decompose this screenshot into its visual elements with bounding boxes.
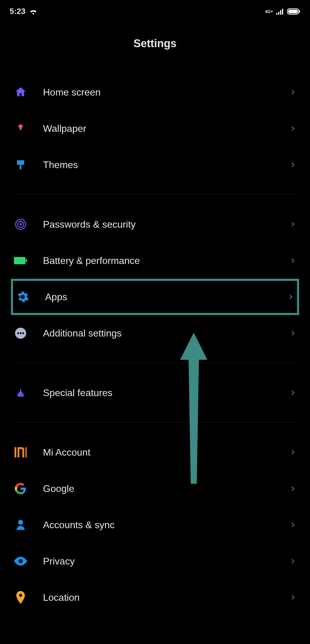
flask-icon <box>14 386 27 399</box>
page-title: Settings <box>0 37 310 50</box>
row-special-features[interactable]: Special features <box>0 375 310 411</box>
chevron-right-icon <box>289 522 296 528</box>
row-label: Battery & performance <box>43 255 289 266</box>
svg-point-19 <box>21 394 22 395</box>
chevron-right-icon <box>289 485 296 492</box>
row-home-screen[interactable]: Home screen <box>0 74 310 110</box>
row-label: Privacy <box>43 556 289 567</box>
wifi-icon <box>29 8 38 15</box>
status-right: 4G+ <box>265 8 300 15</box>
svg-point-21 <box>19 559 23 563</box>
row-passwords-security[interactable]: Passwords & security <box>0 206 310 242</box>
row-label: Apps <box>45 291 287 303</box>
fingerprint-icon <box>14 218 27 231</box>
mi-icon <box>14 446 27 459</box>
svg-rect-13 <box>26 259 27 262</box>
row-privacy[interactable]: Privacy <box>0 543 310 579</box>
svg-rect-8 <box>20 165 21 169</box>
settings-group: Special features <box>0 375 310 411</box>
page-header: Settings <box>0 19 310 74</box>
svg-rect-1 <box>278 12 279 15</box>
chevron-right-icon <box>289 221 296 228</box>
row-label: Themes <box>43 159 289 171</box>
status-bar: 5:23 4G+ <box>0 0 310 19</box>
dots-icon <box>14 327 27 340</box>
svg-point-20 <box>18 520 23 525</box>
svg-rect-7 <box>17 160 24 165</box>
svg-rect-3 <box>282 8 283 15</box>
row-label: Accounts & sync <box>43 519 289 531</box>
chevron-right-icon <box>289 161 296 168</box>
battery-full-icon <box>287 8 300 15</box>
row-label: Additional settings <box>43 328 289 339</box>
pin-icon <box>14 591 27 604</box>
chevron-right-icon <box>289 449 296 456</box>
gear-icon <box>16 290 29 304</box>
svg-point-22 <box>19 594 22 597</box>
flower-icon <box>14 122 27 135</box>
settings-group: Mi Account Google Accounts & sync Privac… <box>0 434 310 616</box>
row-apps[interactable]: Apps <box>11 279 299 315</box>
row-themes[interactable]: Themes <box>0 147 310 183</box>
row-mi-account[interactable]: Mi Account <box>0 434 310 470</box>
row-additional[interactable]: Additional settings <box>0 315 310 351</box>
chevron-right-icon <box>289 330 296 337</box>
row-wallpaper[interactable]: Wallpaper <box>0 110 310 147</box>
row-accounts-sync[interactable]: Accounts & sync <box>0 507 310 543</box>
divider <box>14 363 296 363</box>
settings-group: Passwords & security Battery & performan… <box>0 206 310 351</box>
settings-group: Home screen Wallpaper Themes <box>0 74 310 183</box>
row-label: Special features <box>43 387 289 398</box>
divider <box>14 194 296 195</box>
row-battery[interactable]: Battery & performance <box>0 242 310 279</box>
google-icon <box>14 482 27 495</box>
divider <box>14 422 296 423</box>
svg-rect-12 <box>14 257 25 264</box>
row-location[interactable]: Location <box>0 579 310 616</box>
svg-point-16 <box>17 332 19 334</box>
row-label: Wallpaper <box>43 123 289 134</box>
row-google[interactable]: Google <box>0 470 310 507</box>
brush-icon <box>14 158 27 171</box>
svg-point-14 <box>21 296 24 298</box>
svg-point-18 <box>22 332 24 334</box>
person-icon <box>14 518 27 532</box>
svg-rect-2 <box>280 10 281 15</box>
svg-rect-0 <box>276 13 277 15</box>
chevron-right-icon <box>289 257 296 264</box>
row-label: Mi Account <box>43 447 289 458</box>
home-icon <box>14 86 27 99</box>
chevron-right-icon <box>289 89 296 96</box>
svg-point-11 <box>19 223 22 226</box>
chevron-right-icon <box>289 125 296 132</box>
battery-icon <box>14 254 27 267</box>
signal-icon <box>276 8 284 15</box>
svg-rect-5 <box>288 10 298 13</box>
svg-rect-6 <box>299 10 300 13</box>
chevron-right-icon <box>289 558 296 564</box>
row-label: Google <box>43 483 289 494</box>
chevron-right-icon <box>289 389 296 396</box>
status-left: 5:23 <box>10 7 38 16</box>
chevron-right-icon <box>289 594 296 601</box>
row-label: Passwords & security <box>43 219 289 230</box>
row-label: Location <box>43 592 289 603</box>
network-badge: 4G+ <box>265 9 273 14</box>
status-time: 5:23 <box>10 7 25 16</box>
chevron-right-icon <box>287 294 294 300</box>
row-label: Home screen <box>43 87 289 98</box>
eye-icon <box>14 555 27 568</box>
svg-point-17 <box>20 332 21 334</box>
